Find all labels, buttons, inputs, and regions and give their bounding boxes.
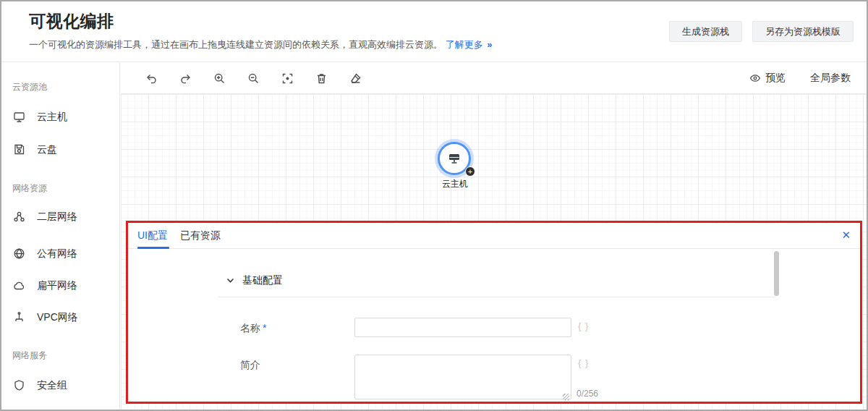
description-field-label: 简介 — [240, 359, 260, 372]
sidebar-item-label: 安全组 — [37, 379, 67, 392]
resource-sidebar: 云资源池 云主机 云盘 网络资源 二层网络 公有网络 — [1, 63, 120, 410]
security-group-icon — [13, 379, 25, 391]
global-params-button[interactable]: 全局参数 — [810, 72, 851, 85]
close-icon[interactable]: ✕ — [841, 229, 851, 242]
sidebar-item-cloud-disk[interactable]: 云盘 — [1, 142, 120, 158]
node-label: 云主机 — [429, 178, 481, 190]
sidebar-item-security-group[interactable]: 安全组 — [1, 378, 120, 394]
disk-icon — [13, 143, 25, 156]
canvas-toolbar: 预览 全局参数 — [121, 63, 867, 94]
name-field-label: 名称* — [240, 322, 266, 335]
sidebar-item-label: 云主机 — [37, 111, 67, 124]
sidebar-item-label: 扁平网络 — [37, 279, 77, 292]
sidebar-item-l2-network[interactable]: 二层网络 — [1, 209, 120, 225]
tab-ui-config[interactable]: UI配置 — [137, 229, 168, 242]
header-actions: 生成资源栈 另存为资源栈模版 — [669, 21, 854, 42]
name-param-braces-icon[interactable]: { } — [578, 321, 589, 331]
char-counter: 0/256 — [576, 389, 598, 399]
host-node-icon — [446, 151, 462, 166]
section-basic-config[interactable]: 基础配置 — [218, 264, 775, 297]
app-window: 可视化编排 一个可视化的资源编排工具，通过在画布上拖曳连线建立资源间的依赖关系，… — [0, 0, 868, 411]
generate-stack-button[interactable]: 生成资源栈 — [669, 21, 742, 42]
zoom-out-icon[interactable] — [247, 72, 260, 85]
page-title: 可视化编排 — [29, 10, 114, 33]
tab-existing-resource[interactable]: 已有资源 — [180, 229, 221, 242]
description-textarea[interactable] — [354, 355, 571, 399]
section-title-network-resource: 网络资源 — [12, 182, 47, 195]
config-panel: UI配置 已有资源 ✕ 基础配置 名称* { } 简介 { } 0/256 — [126, 221, 862, 404]
subtitle-text: 一个可视化的资源编排工具，通过在画布上拖曳连线建立资源间的依赖关系，直观高效编排… — [29, 39, 443, 50]
redo-icon[interactable] — [179, 72, 192, 85]
preview-label: 预览 — [765, 72, 786, 85]
panel-tabbar: UI配置 已有资源 ✕ — [128, 223, 860, 249]
preview-button[interactable]: 预览 — [749, 72, 786, 85]
sidebar-item-label: VPC网络 — [37, 311, 78, 324]
save-as-template-button[interactable]: 另存为资源栈模版 — [752, 21, 854, 42]
clear-canvas-icon[interactable] — [349, 72, 362, 85]
zoom-in-icon[interactable] — [213, 72, 226, 85]
description-param-braces-icon[interactable]: { } — [578, 357, 589, 368]
node-add-badge[interactable]: + — [465, 166, 475, 177]
double-chevron-icon[interactable]: » — [487, 39, 492, 50]
section-title-cloud-pool: 云资源池 — [12, 81, 47, 93]
section-title: 基础配置 — [242, 274, 283, 287]
public-network-icon — [13, 247, 25, 260]
sidebar-item-vpc-network[interactable]: VPC网络 — [1, 310, 120, 326]
sidebar-item-label: 云盘 — [37, 143, 57, 156]
eye-icon — [749, 72, 761, 84]
sidebar-item-label: 二层网络 — [37, 211, 77, 224]
chevron-down-icon — [226, 276, 235, 285]
sidebar-item-label: 公有网络 — [37, 247, 77, 260]
undo-icon[interactable] — [145, 72, 158, 85]
host-icon — [13, 111, 25, 123]
toolbar-right: 预览 全局参数 — [749, 72, 867, 85]
sidebar-item-public-network[interactable]: 公有网络 — [1, 246, 120, 262]
active-tab-underline — [137, 247, 169, 249]
fit-view-icon[interactable] — [281, 72, 294, 85]
vpc-network-icon — [13, 311, 25, 323]
sidebar-item-flat-network[interactable]: 扁平网络 — [1, 278, 120, 294]
flat-network-icon — [13, 279, 25, 292]
sidebar-item-cloud-host[interactable]: 云主机 — [1, 109, 120, 125]
page-header: 可视化编排 一个可视化的资源编排工具，通过在画布上拖曳连线建立资源间的依赖关系，… — [1, 1, 867, 62]
canvas-node-cloud-host[interactable]: + 云主机 — [436, 140, 474, 191]
section-title-network-service: 网络服务 — [12, 349, 47, 362]
learn-more-link[interactable]: 了解更多 — [446, 39, 483, 50]
page-subtitle: 一个可视化的资源编排工具，通过在画布上拖曳连线建立资源间的依赖关系，直观高效编排… — [29, 38, 492, 51]
l2-network-icon — [13, 211, 25, 223]
required-mark: * — [263, 322, 266, 334]
panel-scrollbar-thumb[interactable] — [774, 251, 779, 296]
delete-icon[interactable] — [315, 72, 328, 85]
textarea-resize-handle[interactable] — [563, 394, 569, 400]
name-input[interactable] — [354, 318, 571, 337]
